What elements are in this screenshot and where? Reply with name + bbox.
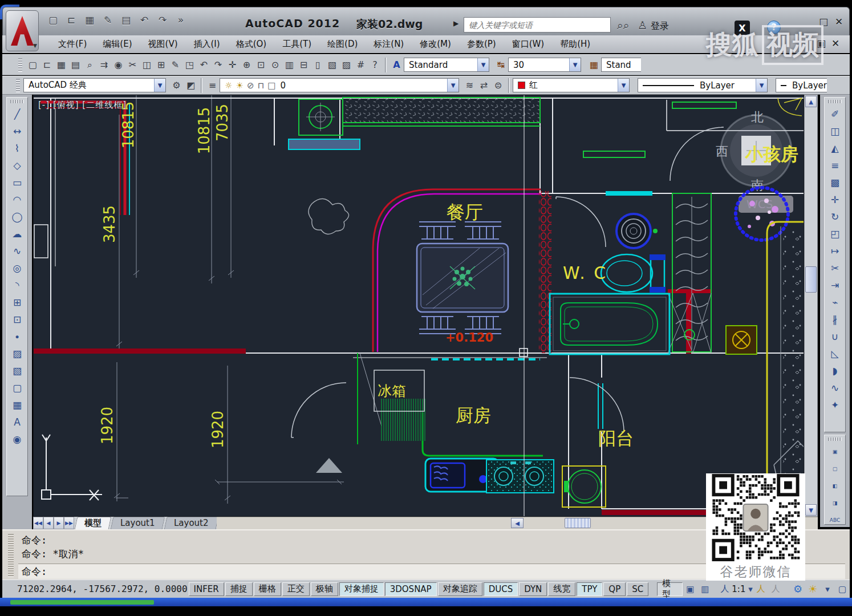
zoom-previous-icon[interactable]: ⊙ (268, 58, 282, 72)
undo-icon[interactable]: ↶ (197, 58, 211, 72)
bring-above-icon[interactable]: ◧ (826, 477, 843, 494)
layer-combo[interactable]: ☼ ☀ ⊘ ⊓ □ 0 ▼ (220, 78, 459, 92)
join-icon[interactable]: ∪ (826, 328, 843, 345)
command-window-grip[interactable] (8, 534, 14, 577)
toolbar-grip[interactable] (16, 79, 20, 92)
linetype-combo[interactable]: ByLayer ▼ (638, 78, 768, 92)
spline-icon[interactable]: ∿ (9, 242, 26, 259)
chevron-down-icon[interactable]: ▼ (477, 58, 489, 71)
region-icon[interactable]: ▢ (9, 379, 26, 396)
toolbar-grip[interactable] (828, 100, 842, 103)
layer-lock-icon[interactable]: ⊓ (257, 80, 264, 91)
make-block-icon[interactable]: ⊡ (9, 311, 26, 327)
layout-tab[interactable]: Layout2 (164, 517, 218, 529)
quickcalc-icon[interactable]: # (354, 58, 368, 72)
color-combo[interactable]: 红 ▼ (513, 78, 630, 92)
3d-dwf-icon[interactable]: ◉ (111, 58, 125, 72)
break-icon[interactable]: ∦ (826, 311, 843, 327)
undo-icon[interactable]: ↶ (137, 13, 152, 27)
multiline-text-icon[interactable]: A (9, 414, 26, 430)
designcenter-icon[interactable]: ⊟ (297, 58, 311, 72)
menu-item[interactable]: 标注(N) (366, 37, 412, 52)
construction-line-icon[interactable]: ↔ (9, 123, 26, 139)
quick-view-layouts-icon[interactable]: ▣ (683, 582, 697, 596)
layer-prev-icon[interactable]: ⇄ (477, 78, 491, 92)
status-menu-icon[interactable]: ▾ (820, 582, 835, 596)
bring-to-front-icon[interactable]: ▣ (826, 443, 843, 460)
menu-item[interactable]: 修改(M) (412, 37, 459, 52)
status-toggle[interactable]: QP (603, 582, 626, 596)
zoom-realtime-icon[interactable]: ⊕ (240, 58, 254, 72)
menu-item[interactable]: 帮助(H) (552, 37, 598, 52)
copy-clip-icon[interactable]: ◫ (140, 58, 154, 72)
polyline-icon[interactable]: ⌇ (9, 140, 26, 156)
offset-icon[interactable]: ≡ (826, 157, 843, 173)
layer-plot-icon[interactable]: ⊘ (247, 80, 254, 91)
ellipse-icon[interactable]: ◎ (9, 260, 26, 276)
help-icon[interactable]: ? (368, 58, 382, 72)
text-to-front-icon[interactable]: ABC (826, 512, 843, 528)
vertical-scrollbar[interactable]: ▲ ▼ (804, 95, 818, 517)
chamfer-icon[interactable]: ◺ (826, 345, 843, 362)
status-toggle[interactable]: 线宽 (548, 582, 575, 596)
hatch-icon[interactable]: ▨ (9, 345, 26, 362)
revision-cloud-icon[interactable]: ☁ (9, 225, 26, 242)
save-icon[interactable]: ▦ (82, 13, 97, 27)
workspace-settings-icon[interactable]: ⚙ (169, 78, 184, 92)
insert-block-icon[interactable]: ⊞ (9, 294, 26, 310)
login-button[interactable]: 登录 (651, 21, 669, 33)
pan-icon[interactable]: ✛ (225, 58, 240, 72)
workspace-switching-icon[interactable]: ⚙ (790, 582, 805, 596)
copy-icon[interactable]: ◫ (826, 123, 843, 139)
open-icon[interactable]: ⊏ (40, 58, 54, 72)
layer-properties-icon[interactable]: ≡ (205, 78, 220, 92)
layer-freeze-icon[interactable]: ☀ (236, 80, 243, 91)
send-under-icon[interactable]: ◨ (826, 495, 843, 511)
explode-icon[interactable]: ✦ (826, 396, 843, 413)
status-toggle[interactable]: 3DOSNAP (385, 582, 437, 596)
mirror-icon[interactable]: ◭ (826, 140, 843, 156)
search-expand-icon[interactable]: ▶ (453, 19, 459, 27)
text-style-icon[interactable]: A (390, 58, 404, 72)
status-toggle[interactable]: 极轴 (311, 582, 338, 596)
search-icon[interactable]: ⌕⌕ (617, 19, 629, 32)
vscroll-thumb[interactable] (805, 266, 817, 293)
plot-icon[interactable]: ▤ (119, 13, 133, 27)
toolbar-grip[interactable] (18, 58, 22, 72)
close-button[interactable]: ✕ (835, 16, 843, 27)
tab-prev-icon[interactable]: ◀ (43, 517, 54, 529)
publish-icon[interactable]: ⇉ (97, 58, 111, 72)
workspace-save-icon[interactable]: ◩ (184, 78, 198, 92)
chevron-down-icon[interactable]: ▼ (618, 79, 629, 92)
save-icon[interactable]: ▦ (54, 58, 68, 72)
properties-icon[interactable]: ▥ (282, 58, 297, 72)
status-toggle[interactable]: TPY (577, 582, 602, 596)
redo-icon[interactable]: ↷ (155, 13, 170, 27)
text-style-combo[interactable]: Standard ▼ (404, 58, 489, 72)
menu-item[interactable]: 参数(P) (459, 37, 504, 52)
toolbar-grip[interactable] (828, 437, 842, 441)
chevron-down-icon[interactable]: ▼ (569, 58, 581, 71)
workspace-combo[interactable]: AutoCAD 经典 ▼ (23, 78, 166, 92)
extend-icon[interactable]: ⇥ (826, 277, 843, 293)
application-menu-button[interactable]: ▼ (6, 10, 39, 51)
menu-item[interactable]: 插入(I) (186, 37, 228, 52)
dim-style-combo[interactable]: 30 ▼ (508, 58, 581, 72)
rectangle-icon[interactable]: ▭ (9, 174, 26, 191)
ellipse-arc-icon[interactable]: ◝ (9, 277, 26, 293)
new-icon[interactable]: ▢ (26, 58, 40, 72)
zoom-window-icon[interactable]: ⊡ (254, 58, 268, 72)
close-doc-button[interactable]: ✕ (831, 38, 839, 49)
search-input[interactable] (469, 21, 606, 30)
status-toggle[interactable]: 正交 (282, 582, 310, 596)
status-toggle[interactable]: 对象追踪 (438, 582, 482, 596)
layout-tab[interactable]: 模型 (75, 517, 112, 529)
print-icon[interactable]: ▤ (68, 58, 83, 72)
annotation-scale-icon[interactable]: 人 1:1 ▾ (720, 582, 753, 596)
model-space-button[interactable]: 模型 (657, 582, 683, 596)
model-space-viewport[interactable]: [-] [俯视] [二维线框] (33, 95, 804, 517)
annotation-visibility-icon[interactable]: 人 (753, 582, 768, 596)
markup-icon[interactable]: ▨ (339, 58, 354, 72)
status-toggle[interactable]: 栅格 (254, 582, 281, 596)
status-toggle[interactable]: INFER (189, 582, 224, 596)
